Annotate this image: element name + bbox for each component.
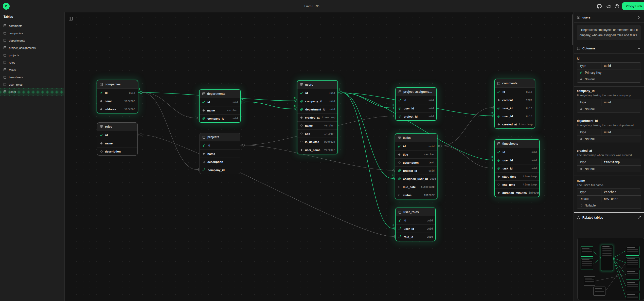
sidebar-item-users[interactable]: users [0,88,64,96]
erd-table-departments[interactable]: departmentsiduuidnamevarcharcompany_iduu… [199,89,241,123]
minimap-node-users[interactable] [601,245,613,271]
erd-column-users-department_id[interactable]: department_iduuid [297,105,337,113]
columns-section-header[interactable]: Columns [574,43,644,53]
sidebar-item-timesheets[interactable]: timesheets [0,73,64,81]
erd-table-projects[interactable]: projectsidnamedescriptioncompany_id [200,133,240,174]
canvas-scrollbar[interactable] [572,14,573,45]
erd-column-timesheets-duration_minutes[interactable]: duration_minutesinteger [495,189,539,197]
erd-column-roles-id[interactable]: id [97,131,137,139]
erd-column-companies-name[interactable]: namevarchar [97,97,138,105]
erd-column-companies-id[interactable]: iduuid [97,89,138,97]
erd-column-roles-description[interactable]: description [97,147,137,155]
minimap-node-row [595,288,602,289]
erd-table-comments[interactable]: commentsiduuidcontenttexttask_iduuiduser… [494,79,535,128]
megaphone-icon[interactable] [606,4,611,9]
liam-logo-icon[interactable] [3,3,10,10]
related-tables-header[interactable]: Related tables [574,213,644,223]
minimap-node-departments[interactable] [581,258,593,270]
related-tables-minimap[interactable] [577,238,644,300]
erd-table-project_assignments[interactable]: project_assignmentsiduuiduser_iduuidproj… [396,87,437,121]
sidebar-item-comments[interactable]: comments [0,22,64,29]
erd-column-tasks-id[interactable]: iduuid [395,142,437,150]
sidebar-item-roles[interactable]: roles [0,59,64,66]
minimap-node-comments[interactable] [626,281,639,291]
erd-table-header[interactable]: departments [200,90,240,98]
erd-table-header[interactable]: tasks [395,134,437,142]
erd-column-users-created_at[interactable]: created_attimestamp [297,113,337,121]
erd-column-comments-task_id[interactable]: task_iduuid [495,104,535,112]
erd-column-tasks-title[interactable]: titlevarchar [395,150,437,158]
erd-column-roles-name[interactable]: name [97,139,137,147]
erd-table-users[interactable]: usersiduuidcompany_iduuiddepartment_iduu… [297,80,338,154]
erd-column-projects-company_id[interactable]: company_id [200,166,240,174]
minimap-node-projects[interactable] [593,287,605,296]
erd-column-tasks-due_date[interactable]: due_datetimestamp [395,183,437,191]
erd-column-users-age[interactable]: ageinteger [297,129,337,138]
erd-column-projects-description[interactable]: description [200,158,240,166]
erd-table-tasks[interactable]: tasksiduuidtitlevarchardescriptiontextpr… [395,134,437,199]
erd-table-roles[interactable]: rolesidnamedescription [97,122,138,156]
erd-column-timesheets-id[interactable]: iduuid [495,148,539,156]
erd-table-header[interactable]: user_roles [396,208,435,216]
erd-table-header[interactable]: companies [97,80,138,89]
erd-column-user_roles-user_id[interactable]: user_iduuid [396,224,435,233]
chevron-up-icon[interactable] [637,47,641,50]
minimap-node-tasks[interactable] [626,257,639,268]
minimap-node-project_assignments[interactable] [626,246,639,256]
erd-table-companies[interactable]: companiesiduuidnamevarcharaddressvarchar [97,80,138,113]
erd-column-comments-user_id[interactable]: user_iduuid [495,112,535,120]
erd-column-comments-content[interactable]: contenttext [495,96,535,104]
erd-column-timesheets-start_time[interactable]: start_timetimestamp [495,172,539,180]
sidebar-item-user_roles[interactable]: user_roles [0,81,64,88]
minimap-node-roles[interactable] [584,276,595,286]
sidebar-toggle-icon[interactable] [68,16,73,21]
erd-column-departments-company_id[interactable]: company_iduuid [200,114,240,122]
erd-column-user_roles-role_id[interactable]: role_iduuid [396,233,435,241]
erd-column-project_assignments-project_id[interactable]: project_iduuid [396,112,436,120]
erd-column-timesheets-end_time[interactable]: end_timetimestamp [495,180,539,189]
erd-column-tasks-assigned_user_id[interactable]: assigned_user_iduuid [395,175,437,183]
erd-table-header[interactable]: comments [495,79,535,88]
erd-table-user_roles[interactable]: user_rolesiduuiduser_iduuidrole_iduuid [396,208,436,241]
sidebar-item-companies[interactable]: companies [0,29,64,37]
erd-column-projects-id[interactable]: id [200,141,240,149]
minimap-node-companies[interactable] [581,247,593,257]
sidebar-item-tasks[interactable]: tasks [0,66,64,73]
minimap-node-timesheets[interactable] [626,293,639,300]
erd-column-timesheets-task_id[interactable]: task_iduuid [495,164,539,172]
erd-column-project_assignments-user_id[interactable]: user_iduuid [396,104,436,112]
github-icon[interactable] [597,4,602,9]
erd-column-users-is_deleted[interactable]: is_deletedboolean [297,138,337,146]
erd-canvas[interactable]: nnnnnnn111 companiesiduuidnamevarcharadd… [65,12,574,301]
minimap-node-user_roles[interactable] [626,270,639,279]
erd-column-users-user_name[interactable]: user_namevarchar [297,146,337,154]
erd-column-departments-id[interactable]: iduuid [200,98,240,106]
erd-column-project_assignments-id[interactable]: iduuid [396,96,436,104]
erd-column-comments-created_at[interactable]: created_attimestamp [495,120,535,128]
sidebar-item-project_assignments[interactable]: project_assignments [0,44,64,51]
erd-table-header[interactable]: projects [200,133,240,141]
help-icon[interactable] [614,4,619,9]
erd-table-header[interactable]: timesheets [495,140,539,148]
erd-table-header[interactable]: roles [97,123,137,131]
sidebar-item-departments[interactable]: departments [0,37,64,44]
sidebar-item-projects[interactable]: projects [0,51,64,59]
erd-column-comments-id[interactable]: iduuid [495,88,535,96]
expand-icon[interactable] [637,216,641,219]
erd-column-tasks-project_id[interactable]: project_iduuid [395,166,437,175]
copy-link-button[interactable]: Copy Link [622,2,644,10]
erd-column-tasks-description[interactable]: descriptiontext [395,158,437,166]
erd-column-companies-address[interactable]: addressvarchar [97,105,138,113]
erd-table-timesheets[interactable]: timesheetsiduuiduser_iduuidtask_iduuidst… [494,139,540,197]
panel-close-icon[interactable] [637,15,641,20]
erd-column-projects-name[interactable]: name [200,149,240,158]
erd-column-tasks-status[interactable]: statusinteger [395,191,437,199]
erd-table-header[interactable]: users [297,81,337,89]
erd-column-users-company_id[interactable]: company_iduuid [297,97,337,105]
erd-column-timesheets-user_id[interactable]: user_iduuid [495,156,539,164]
erd-column-user_roles-id[interactable]: iduuid [396,216,435,224]
erd-column-departments-name[interactable]: namevarchar [200,106,240,114]
erd-column-users-name[interactable]: namevarchar [297,121,337,129]
erd-column-users-id[interactable]: iduuid [297,89,337,97]
erd-table-header[interactable]: project_assignments [396,88,436,96]
